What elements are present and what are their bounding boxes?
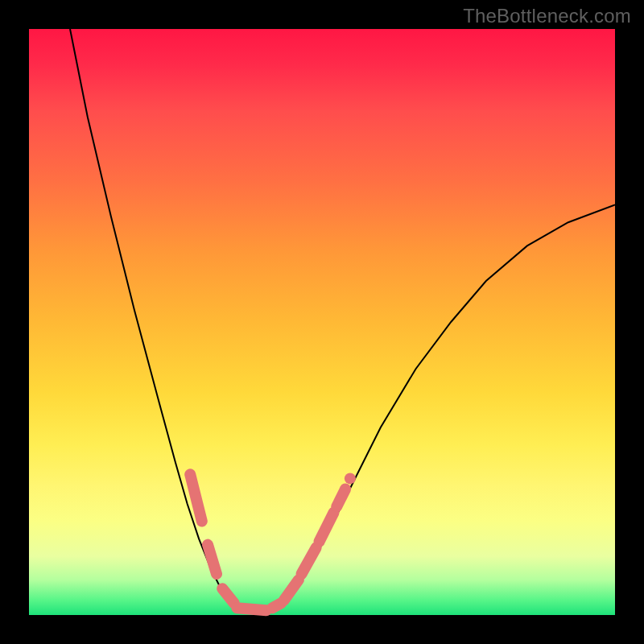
bottleneck-plot	[29, 29, 615, 615]
bottleneck-curve	[70, 29, 615, 612]
marker-dot	[345, 473, 356, 484]
marker-segment	[302, 547, 316, 574]
chart-frame: TheBottleneck.com	[0, 0, 644, 644]
marker-group	[190, 473, 356, 610]
marker-segment	[208, 545, 217, 574]
marker-segment	[222, 588, 234, 603]
marker-segment	[336, 489, 345, 507]
watermark-text: TheBottleneck.com	[463, 5, 631, 27]
marker-segment	[319, 513, 333, 542]
marker-segment	[237, 608, 266, 610]
marker-segment	[190, 474, 202, 521]
marker-segment	[284, 580, 299, 601]
